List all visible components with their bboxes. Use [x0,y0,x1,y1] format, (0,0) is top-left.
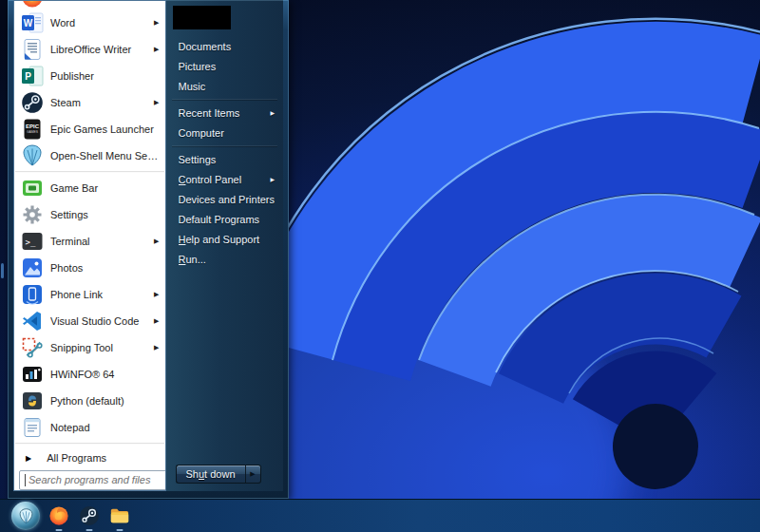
places-item-devices-and-printers[interactable]: Devices and Printers [166,189,284,209]
places-item-default-programs[interactable]: Default Programs [166,209,284,229]
settings-gear-icon [21,203,44,226]
submenu-arrow-icon: ▶ [154,19,159,27]
places-item-documents[interactable]: Documents [166,36,284,56]
submenu-arrow-icon: ▶ [270,109,275,116]
menu-item-epic-games-launcher[interactable]: EPICGAMESEpic Games Launcher [14,116,165,142]
snipping-tool-icon [21,336,44,359]
menu-item-label: Game Bar [50,182,160,194]
steam-icon [21,91,44,114]
menu-item-visual-studio-code[interactable]: Visual Studio Code▶ [14,308,165,334]
all-programs-arrow-icon: ▶ [26,454,31,463]
menu-item-label: Publisher [50,70,160,82]
menu-item-photos[interactable]: Photos [14,255,165,281]
menu-item-snipping-tool[interactable]: Snipping Tool▶ [14,334,165,361]
menu-item-label: Open-Shell Menu Settings [50,150,160,162]
notepad-icon [21,416,44,439]
places-item-settings[interactable]: Settings [166,149,284,169]
places-separator [166,96,284,103]
svg-text:GAMES: GAMES [27,130,39,134]
shut-down-options-button[interactable]: ▶ [245,465,261,484]
menu-item-label: Snipping Tool [50,342,150,353]
python-icon [21,390,44,412]
submenu-arrow-icon: ▶ [154,344,159,352]
taskbar-steam-button[interactable] [77,501,101,532]
menu-item-label: Word [50,17,150,28]
menu-item-phone-link[interactable]: Phone Link▶ [14,281,165,308]
hwinfo-icon [21,363,44,386]
menu-item-label: Phone Link [50,289,150,300]
menu-item-partial-top[interactable] [14,1,165,10]
username-redacted [173,6,231,29]
places-item-computer[interactable]: Computer [166,123,284,142]
menu-item-steam[interactable]: Steam▶ [14,89,165,116]
firefox-icon [21,1,44,9]
svg-text:W: W [24,18,33,28]
menu-item-label: Settings [50,209,160,220]
menu-item-word[interactable]: WWord▶ [14,10,165,36]
menu-item-notepad[interactable]: Notepad [14,414,165,441]
all-programs-button[interactable]: ▶ All Programs [14,446,165,469]
taskbar [0,499,760,532]
steam-icon [79,505,100,526]
places-item-recent-items[interactable]: Recent Items▶ [166,103,284,123]
menu-item-libreoffice-writer[interactable]: LibreOffice Writer▶ [14,36,165,63]
shut-down-button[interactable]: Shut down [176,465,245,484]
places-item-label: Settings [179,154,276,165]
menu-item-game-bar[interactable]: Game Bar [14,175,165,201]
shut-down-label: Shut down [186,468,236,480]
taskbar-firefox-button[interactable] [47,501,70,532]
places-item-label: Music [179,81,276,92]
places-item-music[interactable]: Music [166,76,284,96]
places-item-label: Recent Items [179,107,267,119]
menu-item-python-default[interactable]: Python (default) [14,388,165,414]
running-indicator [86,529,92,531]
start-button[interactable] [11,502,40,530]
menu-item-label: Epic Games Launcher [50,124,160,135]
places-separator [166,142,284,149]
submenu-arrow-icon: ▶ [154,317,159,325]
libreoffice-writer-icon [21,38,44,61]
open-shell-icon [21,144,44,167]
menu-item-label: Notepad [50,422,160,433]
submenu-arrow-icon: ▶ [154,46,159,53]
places-item-label: Computer [179,127,276,139]
file-explorer-icon [109,505,130,526]
epic-games-icon: EPICGAMES [21,118,44,141]
svg-text:EPIC: EPIC [26,124,40,129]
search-box[interactable] [19,470,166,490]
menu-item-label: Terminal [50,236,150,247]
start-menu-places-panel: DocumentsPicturesMusicRecent Items▶Compu… [166,0,284,491]
desktop: WWord▶LibreOffice Writer▶PPublisherSteam… [0,0,760,532]
menu-item-label: Photos [50,262,160,274]
places-item-label: Help and Support [179,234,276,245]
running-indicator [116,529,123,531]
submenu-arrow-icon: ▶ [270,176,275,182]
svg-text:P: P [25,71,31,82]
start-menu-program-panel: WWord▶LibreOffice Writer▶PPublisherSteam… [13,0,166,491]
running-indicator [55,529,62,531]
menu-item-publisher[interactable]: PPublisher [14,63,165,89]
menu-item-open-shell-menu-settings[interactable]: Open-Shell Menu Settings [14,142,165,169]
start-menu: WWord▶LibreOffice Writer▶PPublisherSteam… [8,0,289,499]
menu-item-terminal[interactable]: >_Terminal▶ [14,228,165,255]
svg-text:>_: >_ [26,238,36,247]
menu-item-hwinfo-64[interactable]: HWiNFO® 64 [14,361,165,388]
word-icon: W [21,11,44,34]
menu-item-label: Visual Studio Code [50,315,150,327]
places-item-help-and-support[interactable]: Help and Support [166,229,284,249]
menu-item-label: Steam [50,97,150,108]
menu-separator [15,171,164,173]
taskbar-file-explorer-button[interactable] [107,501,131,532]
places-item-pictures[interactable]: Pictures [166,56,284,76]
all-programs-label: All Programs [47,452,106,464]
search-input[interactable] [27,473,165,486]
places-item-run[interactable]: Run... [166,249,284,269]
menu-item-settings[interactable]: Settings [14,201,165,228]
places-item-label: Run... [179,254,276,265]
places-item-control-panel[interactable]: Control Panel▶ [166,169,284,189]
submenu-arrow-icon: ▶ [154,291,159,298]
wallpaper-edge-highlight [1,263,4,278]
places-item-label: Documents [179,41,276,52]
menu-item-label: Python (default) [50,395,160,407]
chevron-right-icon: ▶ [250,470,255,478]
